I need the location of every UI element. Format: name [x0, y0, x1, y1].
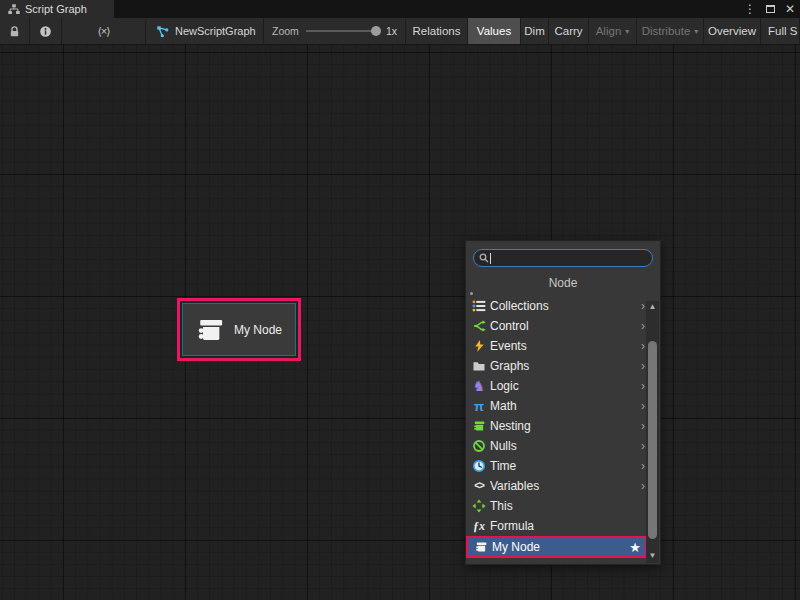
nesting-icon — [471, 419, 487, 433]
finder-scrollbar[interactable]: ▲ ▼ — [646, 301, 659, 563]
fuzzy-finder-popup: Node Collections › — [465, 240, 661, 565]
finder-list: Collections › Control › — [466, 296, 660, 558]
toolbar: ⟨×⟩ NewScriptGraph Zoom 1x Relations Val… — [0, 18, 800, 45]
graph-name-label: NewScriptGraph — [175, 25, 256, 37]
collections-icon — [471, 299, 487, 313]
graph-name-button[interactable]: NewScriptGraph — [146, 18, 264, 44]
logic-icon: ♞ — [471, 379, 487, 393]
tab-script-graph[interactable]: Script Graph — [0, 0, 114, 18]
chevron-right-icon: › — [641, 400, 645, 412]
titlebar: Script Graph ⋮ ✕ — [0, 0, 800, 18]
nulls-icon — [471, 439, 487, 453]
close-icon[interactable]: ✕ — [785, 0, 795, 18]
scroll-indicator-dot — [470, 292, 473, 295]
formula-icon: ƒx — [471, 519, 487, 533]
graph-canvas[interactable] — [0, 45, 800, 600]
distribute-button[interactable]: Distribute ▾ — [637, 18, 704, 44]
list-item-this[interactable]: This — [466, 496, 660, 516]
search-input[interactable] — [494, 251, 647, 265]
chevron-right-icon: › — [641, 360, 645, 372]
control-icon — [471, 319, 487, 333]
scroll-up-icon[interactable]: ▲ — [646, 301, 659, 313]
lock-icon — [8, 25, 21, 38]
list-item-nesting[interactable]: Nesting › — [466, 416, 660, 436]
list-item-my-node[interactable]: My Node ★ — [466, 536, 647, 558]
carry-button[interactable]: Carry — [549, 18, 589, 44]
chevron-right-icon: › — [641, 300, 645, 312]
graph-hierarchy-icon — [8, 4, 20, 15]
search-icon — [479, 253, 489, 263]
dim-button[interactable]: Dim — [521, 18, 549, 44]
chevron-right-icon: › — [641, 380, 645, 392]
variables-icon: <> — [471, 479, 487, 493]
scroll-down-icon[interactable]: ▼ — [646, 550, 659, 562]
list-item-collections[interactable]: Collections › — [466, 296, 660, 316]
search-box[interactable] — [473, 249, 653, 267]
list-item-graphs[interactable]: Graphs › — [466, 356, 660, 376]
chevron-right-icon: › — [641, 340, 645, 352]
script-graph-window: Script Graph ⋮ ✕ ⟨×⟩ — [0, 0, 800, 600]
unit-icon — [473, 540, 489, 554]
lock-button[interactable] — [0, 18, 30, 44]
scrollbar-thumb[interactable] — [648, 341, 657, 539]
list-item-formula[interactable]: ƒx Formula — [466, 516, 660, 536]
list-item-nulls[interactable]: Nulls › — [466, 436, 660, 456]
node-label: My Node — [234, 323, 282, 337]
tab-label: Script Graph — [25, 3, 87, 15]
zoom-slider[interactable] — [306, 25, 379, 37]
math-icon: π — [471, 399, 487, 413]
chevron-down-icon: ▾ — [625, 27, 629, 36]
overview-button[interactable]: Overview — [704, 18, 761, 44]
list-item-math[interactable]: π Math › — [466, 396, 660, 416]
script-graph-asset-icon — [156, 25, 169, 38]
zoom-slider-track[interactable] — [306, 30, 379, 32]
inspect-button[interactable] — [30, 18, 62, 44]
list-item-time[interactable]: Time › — [466, 456, 660, 476]
chevron-right-icon: › — [641, 460, 645, 472]
chevron-right-icon: › — [641, 480, 645, 492]
zoom-label: Zoom — [272, 25, 299, 37]
list-item-events[interactable]: Events › — [466, 336, 660, 356]
finder-header: Node — [466, 269, 660, 296]
text-caret — [490, 253, 491, 264]
zoom-slider-handle[interactable] — [371, 26, 381, 36]
relations-button[interactable]: Relations — [406, 18, 468, 44]
align-button[interactable]: Align ▾ — [589, 18, 637, 44]
code-view-button[interactable]: ⟨×⟩ — [62, 18, 146, 44]
chevron-right-icon: › — [641, 440, 645, 452]
window-menu-icon[interactable]: ⋮ — [744, 0, 756, 18]
favorite-star-icon[interactable]: ★ — [629, 541, 641, 554]
zoom-control: Zoom 1x — [264, 18, 406, 44]
info-icon — [39, 25, 52, 38]
chevron-right-icon: › — [641, 320, 645, 332]
chevron-down-icon: ▾ — [694, 27, 698, 36]
values-button[interactable]: Values — [468, 18, 521, 44]
zoom-value: 1x — [386, 25, 397, 37]
events-icon — [471, 339, 487, 353]
graphs-icon — [471, 359, 487, 373]
chevron-right-icon: › — [641, 420, 645, 432]
list-item-control[interactable]: Control › — [466, 316, 660, 336]
list-item-logic[interactable]: ♞ Logic › — [466, 376, 660, 396]
unit-icon — [196, 317, 226, 343]
time-icon — [471, 459, 487, 473]
code-icon: ⟨×⟩ — [97, 25, 109, 38]
fullscreen-button[interactable]: Full S — [761, 18, 800, 44]
maximize-icon[interactable] — [766, 5, 775, 13]
graph-node-my-node[interactable]: My Node — [177, 298, 301, 361]
list-item-variables[interactable]: <> Variables › — [466, 476, 660, 496]
this-icon — [471, 499, 487, 513]
